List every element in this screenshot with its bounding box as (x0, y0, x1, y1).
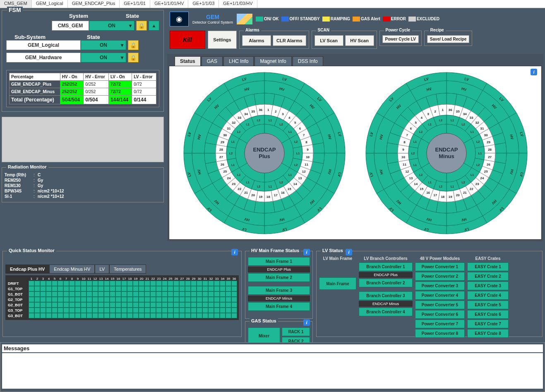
lock-icon[interactable]: 🔒 (128, 53, 139, 63)
status-cell[interactable] (92, 308, 98, 313)
status-cell[interactable] (40, 297, 46, 302)
status-cell[interactable] (208, 302, 214, 308)
clr-alarms-button[interactable]: CLR Alarms (273, 35, 306, 46)
status-cell[interactable] (34, 302, 40, 308)
status-cell[interactable] (115, 281, 121, 286)
status-cell[interactable] (191, 313, 197, 318)
status-tab[interactable]: LHC Info (223, 56, 254, 66)
status-cell[interactable] (46, 308, 52, 313)
top-tab[interactable]: GE+1/1/01/HV (150, 0, 188, 8)
power-converter-button[interactable]: Power Converter 7 (415, 320, 465, 328)
status-cell[interactable] (110, 297, 115, 302)
status-cell[interactable] (185, 291, 191, 297)
status-cell[interactable] (162, 308, 168, 313)
status-cell[interactable] (202, 286, 208, 291)
status-cell[interactable] (121, 281, 127, 286)
status-cell[interactable] (92, 302, 98, 308)
status-cell[interactable] (133, 308, 139, 313)
status-cell[interactable] (156, 313, 162, 318)
status-cell[interactable] (150, 291, 156, 297)
status-cell[interactable] (231, 281, 237, 286)
status-cell[interactable] (231, 302, 237, 308)
status-cell[interactable] (115, 286, 121, 291)
status-cell[interactable] (75, 302, 81, 308)
status-cell[interactable] (127, 302, 133, 308)
warning-icon[interactable]: ▲ (149, 21, 159, 31)
alarms-button[interactable]: Alarms (242, 35, 271, 46)
status-tab[interactable]: Status (175, 56, 201, 66)
status-cell[interactable] (52, 297, 58, 302)
system-state-dropdown[interactable]: ON (89, 21, 134, 31)
status-cell[interactable] (197, 302, 202, 308)
status-cell[interactable] (81, 308, 86, 313)
branch-controller-button[interactable]: Branch Controller 1 (359, 262, 413, 271)
status-cell[interactable] (40, 291, 46, 297)
status-cell[interactable] (179, 297, 185, 302)
status-cell[interactable] (197, 297, 202, 302)
status-cell[interactable] (81, 297, 86, 302)
status-cell[interactable] (75, 291, 81, 297)
lock-icon[interactable]: 🔒 (128, 40, 139, 50)
status-cell[interactable] (214, 281, 220, 286)
status-cell[interactable] (58, 281, 63, 286)
status-cell[interactable] (127, 286, 133, 291)
status-cell[interactable] (40, 308, 46, 313)
status-cell[interactable] (58, 286, 63, 291)
easy-crate-button[interactable]: EASY Crate 6 (467, 310, 509, 319)
status-cell[interactable] (40, 286, 46, 291)
status-cell[interactable] (63, 281, 69, 286)
status-cell[interactable] (34, 286, 40, 291)
status-cell[interactable] (40, 302, 46, 308)
status-cell[interactable] (139, 297, 144, 302)
status-cell[interactable] (162, 281, 168, 286)
status-cell[interactable] (144, 291, 150, 297)
status-cell[interactable] (179, 291, 185, 297)
status-cell[interactable] (191, 308, 197, 313)
status-tab[interactable]: GAS (202, 56, 223, 66)
status-cell[interactable] (156, 281, 162, 286)
status-tab[interactable]: DSS Info (293, 56, 323, 66)
easy-crate-button[interactable]: EASY Crate 3 (467, 281, 509, 290)
status-cell[interactable] (110, 281, 115, 286)
status-cell[interactable] (197, 308, 202, 313)
status-cell[interactable] (58, 302, 63, 308)
status-cell[interactable] (121, 302, 127, 308)
status-cell[interactable] (168, 281, 173, 286)
status-cell[interactable] (185, 286, 191, 291)
status-cell[interactable] (220, 297, 226, 302)
status-cell[interactable] (46, 302, 52, 308)
easy-crate-button[interactable]: EASY Crate 2 (467, 272, 509, 281)
main-frame-4-button[interactable]: Main Frame 4 (248, 302, 310, 311)
status-cell[interactable] (86, 281, 92, 286)
status-cell[interactable] (58, 313, 63, 318)
status-cell[interactable] (121, 308, 127, 313)
status-cell[interactable] (115, 302, 121, 308)
easy-crate-button[interactable]: EASY Crate 7 (467, 320, 509, 328)
status-cell[interactable] (52, 286, 58, 291)
status-cell[interactable] (46, 281, 52, 286)
status-cell[interactable] (179, 302, 185, 308)
status-cell[interactable] (58, 297, 63, 302)
status-cell[interactable] (52, 308, 58, 313)
status-cell[interactable] (220, 286, 226, 291)
status-cell[interactable] (191, 291, 197, 297)
status-cell[interactable] (104, 302, 110, 308)
top-tab[interactable]: GE+1/1/03/HV (219, 0, 257, 8)
status-cell[interactable] (29, 281, 34, 286)
status-cell[interactable] (69, 286, 75, 291)
lv-scan-button[interactable]: LV Scan (315, 35, 343, 46)
status-cell[interactable] (197, 286, 202, 291)
power-converter-button[interactable]: Power Converter 8 (415, 329, 465, 338)
status-cell[interactable] (29, 297, 34, 302)
status-cell[interactable] (52, 291, 58, 297)
status-cell[interactable] (231, 291, 237, 297)
main-frame-3-button[interactable]: Main Frame 3 (248, 286, 310, 295)
status-cell[interactable] (156, 291, 162, 297)
qsm-tab[interactable]: Endcap Minus HV (49, 265, 95, 274)
status-cell[interactable] (58, 308, 63, 313)
status-cell[interactable] (133, 291, 139, 297)
status-cell[interactable] (86, 297, 92, 302)
status-cell[interactable] (92, 291, 98, 297)
status-cell[interactable] (185, 313, 191, 318)
status-cell[interactable] (214, 291, 220, 297)
